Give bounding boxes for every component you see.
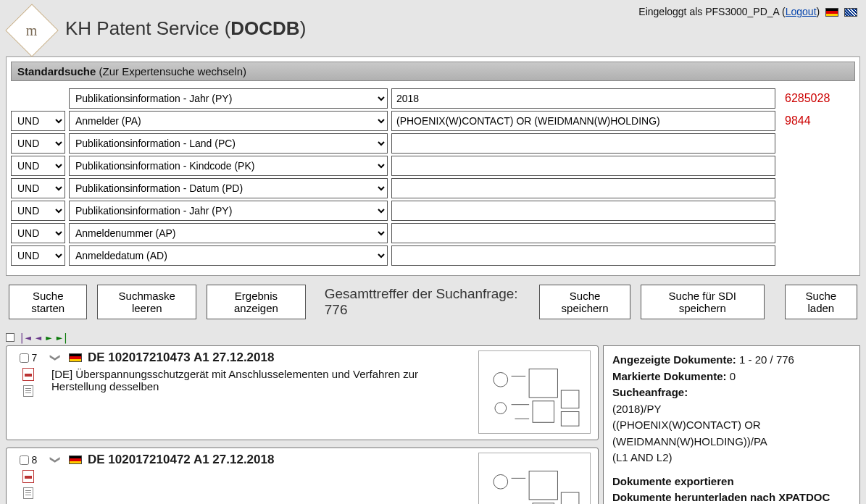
chevron-down-icon[interactable]: ❯ <box>50 455 62 464</box>
result-number: 8 <box>32 454 38 466</box>
field-select[interactable]: Publikationsinformation - Land (PC) <box>69 133 388 154</box>
svg-point-4 <box>494 372 508 387</box>
svg-rect-2 <box>561 390 579 408</box>
field-select[interactable]: Publikationsinformation - Jahr (PY) <box>69 88 388 109</box>
row-hit-count <box>779 133 855 154</box>
result-thumbnail[interactable] <box>478 350 591 434</box>
export-docs-link[interactable]: Dokumente exportieren <box>612 475 734 487</box>
chevron-down-icon[interactable]: ❯ <box>50 353 62 362</box>
show-result-button[interactable]: Ergebnis anzeigen <box>207 285 306 319</box>
operator-select[interactable]: UND <box>11 133 65 154</box>
result-checkbox[interactable] <box>20 353 29 363</box>
query-line-1: (2018)/PY <box>612 401 851 418</box>
pager-next-icon[interactable]: ► <box>46 332 51 343</box>
value-input[interactable] <box>391 245 775 266</box>
row-hit-count <box>779 245 855 266</box>
field-select[interactable]: Anmeldenummer (AP) <box>69 223 388 243</box>
field-select[interactable]: Publikationsinformation - Kindcode (PK) <box>69 156 388 176</box>
result-title[interactable]: DE 102017210473 A1 27.12.2018 <box>88 350 274 365</box>
search-panel: Standardsuche (Zur Expertensuche wechsel… <box>6 56 860 276</box>
doc-icon[interactable] <box>23 385 33 397</box>
marked-docs-value: 0 <box>727 370 736 382</box>
app-title: KH Patent Service (DOCDB) <box>65 17 638 40</box>
search-row: UNDPublikationsinformation - Land (PC) <box>11 133 855 154</box>
field-select[interactable]: Publikationsinformation - Jahr (PY) <box>69 201 388 221</box>
load-search-button[interactable]: Suche laden <box>785 285 857 319</box>
row-hit-count <box>779 156 855 176</box>
operator-select[interactable]: UND <box>11 156 65 176</box>
value-input[interactable] <box>391 88 775 109</box>
row-hit-count: 9844 <box>779 111 855 131</box>
svg-rect-3 <box>561 412 579 427</box>
result-title[interactable]: DE 102017210472 A1 27.12.2018 <box>88 453 274 467</box>
search-row: UNDAnmelder (PA)9844 <box>11 111 855 131</box>
download-docs-link[interactable]: Dokumente herunterladen nach XPATDOC <box>612 491 830 503</box>
pdf-icon[interactable] <box>22 470 34 483</box>
logged-in-label: Eingeloggt als <box>638 6 705 17</box>
pager-first-icon[interactable]: |◄ <box>19 332 31 343</box>
app-logo: m <box>5 4 59 57</box>
doc-icon[interactable] <box>23 487 33 499</box>
operator-select[interactable]: UND <box>11 178 65 198</box>
search-mode-bar[interactable]: Standardsuche (Zur Expertensuche wechsel… <box>11 62 855 81</box>
result-card: 7❯DE 102017210473 A1 27.12.2018[DE] Über… <box>6 345 599 440</box>
search-row: Publikationsinformation - Jahr (PY)62850… <box>11 88 855 109</box>
value-input[interactable] <box>391 178 775 198</box>
clear-mask-button[interactable]: Suchmaske leeren <box>97 285 196 319</box>
marked-docs-label: Markierte Dokumente: <box>612 370 727 382</box>
result-number: 7 <box>32 352 38 364</box>
flag-de-icon[interactable] <box>825 8 838 17</box>
search-row: UNDPublikationsinformation - Datum (PD) <box>11 178 855 198</box>
pager-bar: |◄ ◄ ► ►| <box>0 329 866 345</box>
operator-select[interactable]: UND <box>11 111 65 131</box>
start-search-button[interactable]: Suche starten <box>9 285 87 319</box>
pager-last-icon[interactable]: ►| <box>57 332 69 343</box>
value-input[interactable] <box>391 111 775 131</box>
pager-select-box[interactable] <box>6 333 14 342</box>
results-area: 7❯DE 102017210473 A1 27.12.2018[DE] Über… <box>0 345 866 504</box>
field-select[interactable]: Anmeldedatum (AD) <box>69 245 388 266</box>
result-description: [DE] Überspannungsschutzgerät mit Anschl… <box>51 368 457 392</box>
total-hits-value: 776 <box>325 302 348 317</box>
login-info: Eingeloggt als PFS3000_PD_A (Logout) <box>638 4 857 17</box>
total-hits-label: Gesamttreffer der Suchanfrage: <box>325 286 518 301</box>
app-header: m KH Patent Service (DOCDB) Eingeloggt a… <box>0 0 866 56</box>
svg-rect-1 <box>533 401 554 422</box>
flag-de-icon <box>69 455 82 464</box>
operator-select[interactable]: UND <box>11 223 65 243</box>
svg-rect-11 <box>561 492 579 504</box>
displayed-docs-value: 1 - 20 / 776 <box>736 353 794 366</box>
save-search-button[interactable]: Suche speichern <box>539 285 630 319</box>
value-input[interactable] <box>391 133 775 154</box>
row-hit-count: 6285028 <box>779 88 855 109</box>
row-hit-count <box>779 201 855 221</box>
title-prefix: KH Patent Service ( <box>65 17 230 39</box>
search-row: UNDAnmeldenummer (AP) <box>11 223 855 243</box>
value-input[interactable] <box>391 201 775 221</box>
result-checkbox[interactable] <box>20 455 29 465</box>
save-sdi-button[interactable]: Suche für SDI speichern <box>641 285 765 319</box>
field-select[interactable]: Publikationsinformation - Datum (PD) <box>69 178 388 198</box>
search-mode-current: Standardsuche <box>17 65 96 77</box>
svg-rect-0 <box>529 369 557 398</box>
side-panel: Angezeigte Dokumente: 1 - 20 / 776 Marki… <box>603 345 860 504</box>
field-select[interactable]: Anmelder (PA) <box>69 111 388 131</box>
logout-link[interactable]: Logout <box>786 6 817 17</box>
pdf-icon[interactable] <box>22 368 34 381</box>
operator-select[interactable]: UND <box>11 201 65 221</box>
flag-alt-icon[interactable] <box>844 8 857 17</box>
search-row: UNDPublikationsinformation - Jahr (PY) <box>11 201 855 221</box>
svg-point-13 <box>494 474 508 489</box>
flag-de-icon <box>69 353 82 362</box>
svg-point-5 <box>495 403 507 414</box>
result-card: 8❯DE 102017210472 A1 27.12.2018 <box>6 448 599 504</box>
total-hits: Gesamttreffer der Suchanfrage: 776 <box>325 286 521 318</box>
value-input[interactable] <box>391 156 775 176</box>
query-line-2: ((PHOENIX(W)CONTACT) OR (WEIDMANN(W)HOLD… <box>612 417 851 450</box>
row-hit-count <box>779 223 855 243</box>
value-input[interactable] <box>391 223 775 243</box>
operator-select[interactable]: UND <box>11 245 65 266</box>
search-mode-switch[interactable]: (Zur Expertensuche wechseln) <box>96 65 246 77</box>
pager-prev-icon[interactable]: ◄ <box>36 332 41 343</box>
result-thumbnail[interactable] <box>478 453 591 504</box>
